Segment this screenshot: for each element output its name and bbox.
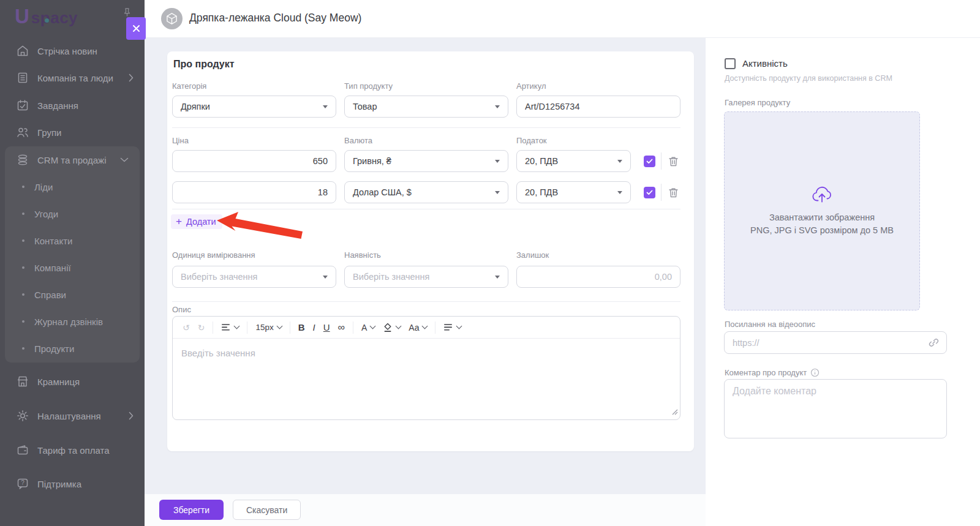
redo-icon[interactable]: ↻ [198,323,205,333]
sidebar-item-activities[interactable]: Справи [5,281,140,308]
sidebar-item-tasks[interactable]: Завдання [0,92,145,119]
logo-dot-icon [45,18,49,23]
currency-select[interactable]: Долар США, $ [344,181,508,203]
bullet-icon [22,239,24,242]
resize-handle-icon[interactable] [672,407,678,418]
company-icon [16,71,29,85]
sidebar-item-companies[interactable]: Компанії [5,254,140,281]
availability-label: Наявність [344,250,381,260]
price-active-checkbox[interactable] [644,187,655,198]
home-icon [16,44,29,58]
undo-icon[interactable]: ↺ [183,323,190,333]
font-case-select[interactable]: Aa [409,323,427,333]
sidebar-subitem-label: Компанії [34,263,71,273]
save-button[interactable]: Зберегти [159,500,224,520]
link-button[interactable]: ∞ [338,322,345,333]
underline-button[interactable]: U [323,322,330,333]
uspacy-logo-text: spacy [31,9,78,28]
currency-select[interactable]: Гривня, ₴ [344,150,508,172]
image-upload-dropzone[interactable]: Завантажити зображення PNG, JPG і SVG ро… [724,111,920,310]
align-select[interactable] [443,323,461,332]
divider [172,209,680,209]
sidebar-item-products[interactable]: Продукти [5,335,140,362]
gallery-label: Галерея продукту [725,98,790,107]
upload-title: Завантажити зображення [750,211,894,224]
close-sidebar-button[interactable] [126,17,146,40]
settings-gear-icon [16,409,29,423]
activity-checkbox[interactable] [725,58,736,69]
divider [247,321,247,334]
bold-button[interactable]: B [298,322,305,333]
delete-price-row-button[interactable] [668,156,679,167]
caret-down-icon [495,276,500,279]
chevron-right-icon [129,73,134,82]
editor-toolbar: ↺ ↻ 15px B I U ∞ A [173,317,680,339]
highlight-color-select[interactable] [383,323,401,333]
price-input[interactable] [172,150,336,172]
italic-button[interactable]: I [313,322,315,333]
text-color-select[interactable]: A [361,323,375,333]
uspacy-logo-mark: U [15,5,29,28]
chevron-down-icon [396,323,402,329]
tax-select[interactable]: 20, ПДВ [516,181,631,203]
comment-label-row: Коментар про продукт [725,368,820,377]
sidebar-item-label: Стрічка новин [37,46,97,56]
caret-down-icon [495,105,500,108]
sidebar-item-deals[interactable]: Угоди [5,200,140,227]
sidebar-item-label: Компанія та люди [37,73,113,83]
support-icon: ? [16,477,29,490]
sidebar-item-settings[interactable]: Налаштування [0,402,145,429]
sku-input[interactable] [516,96,680,118]
caret-down-icon [323,276,328,279]
divider [290,321,290,334]
price-active-checkbox[interactable] [644,156,655,167]
sidebar-item-label: Тариф та оплата [37,445,110,456]
sidebar-item-billing[interactable]: Тариф та оплата [0,437,145,464]
sidebar-item-contacts[interactable]: Контакти [5,227,140,254]
sidebar-item-company-people[interactable]: Компанія та люди [0,64,145,91]
cancel-button[interactable]: Скасувати [233,500,301,520]
bullet-icon [22,347,24,350]
info-icon[interactable] [810,368,820,377]
font-size-select[interactable]: 15px [255,323,281,332]
comment-textarea[interactable] [724,379,947,438]
sidebar-item-news-feed[interactable]: Стрічка новин [0,37,145,64]
screen: U spacy Стрічка новин Компанія та люди З… [0,0,980,526]
sidebar-item-label: Завдання [37,100,78,111]
divider [213,321,213,334]
sidebar-item-call-log[interactable]: Журнал дзвінків [5,308,140,335]
uspacy-logo[interactable]: U spacy [15,5,78,28]
stock-input[interactable] [516,266,680,288]
upload-hint: PNG, JPG і SVG розміром до 5 MB [750,224,894,237]
line-spacing-button[interactable] [221,323,239,332]
category-select[interactable]: Дряпки [172,96,336,118]
tasks-icon [16,99,29,112]
sidebar-subitem-label: Журнал дзвінків [34,317,103,327]
divider [661,152,662,170]
tax-select[interactable]: 20, ПДВ [516,150,631,172]
chevron-right-icon [129,411,134,420]
sidebar-subitem-label: Продукти [34,344,74,354]
sidebar-item-support[interactable]: ? Підтримка [0,470,145,497]
delete-price-row-button[interactable] [668,187,679,198]
divider [435,321,435,334]
unit-select[interactable]: Виберіть значення [172,266,336,288]
sidebar-item-store[interactable]: Крамниця [0,368,145,395]
sidebar-item-crm[interactable]: CRM та продажі [5,146,140,173]
check-icon [646,159,653,164]
video-link-input[interactable] [724,331,947,354]
product-type-select[interactable]: Товар [344,96,508,118]
cube-icon [166,12,178,25]
sidebar-item-leads[interactable]: Ліди [5,173,140,200]
divider [661,184,662,201]
sidebar-item-groups[interactable]: Групи [0,119,145,146]
activity-label: Активність [742,58,788,69]
add-price-button[interactable]: + Додати [171,214,222,229]
chevron-down-icon [276,323,282,329]
availability-select[interactable]: Виберіть значення [344,266,508,288]
price-input[interactable] [172,181,336,203]
price-label: Ціна [172,136,189,145]
topbar: Дряпка-лежанка Cloud (Say Meow) [145,0,980,38]
chevron-down-icon [234,323,240,329]
description-textarea[interactable]: Введіть значення [173,339,680,419]
